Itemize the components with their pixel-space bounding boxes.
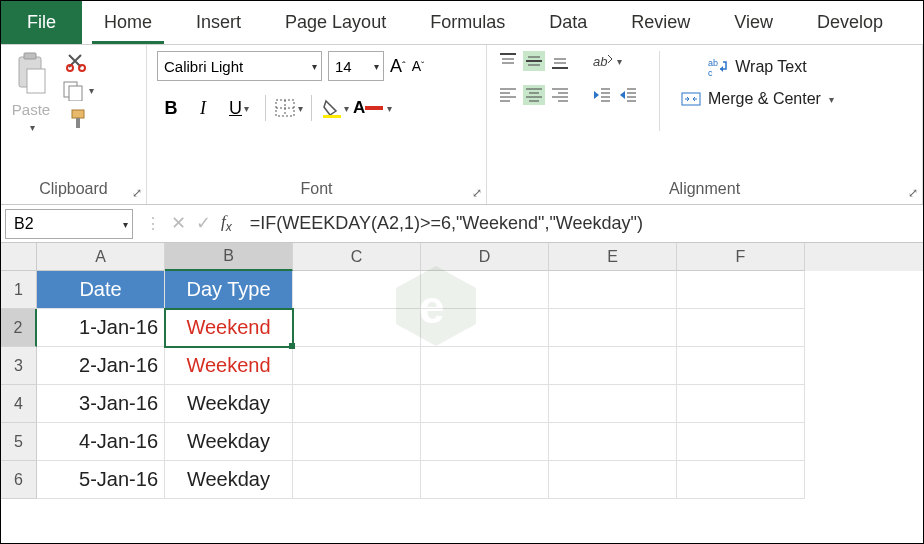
decrease-font-button[interactable]: Aˇ [412, 58, 425, 74]
wrap-text-button[interactable]: abc Wrap Text [680, 57, 834, 77]
name-box[interactable]: B2 ▾ [5, 209, 133, 239]
column-header[interactable]: A [37, 243, 165, 271]
cell[interactable]: Weekend [165, 347, 293, 385]
cell[interactable]: Weekday [165, 385, 293, 423]
cell[interactable]: Weekday [165, 461, 293, 499]
cell[interactable] [677, 423, 805, 461]
clipboard-launcher-icon[interactable]: ⤢ [132, 186, 142, 200]
row-header[interactable]: 5 [1, 423, 37, 461]
select-all-corner[interactable] [1, 243, 37, 271]
cell[interactable]: 3-Jan-16 [37, 385, 165, 423]
fx-icon[interactable]: fx [221, 212, 232, 234]
font-size-select[interactable]: 14▾ [328, 51, 384, 81]
paste-icon[interactable] [11, 51, 51, 97]
svg-rect-1 [24, 53, 36, 59]
column-header[interactable]: F [677, 243, 805, 271]
cell[interactable] [293, 461, 421, 499]
column-header[interactable]: E [549, 243, 677, 271]
column-header[interactable]: B [165, 243, 293, 271]
cell[interactable]: 4-Jan-16 [37, 423, 165, 461]
merge-center-label: Merge & Center [708, 90, 821, 108]
svg-text:ab: ab [708, 58, 718, 68]
align-left-button[interactable] [497, 85, 519, 105]
cancel-formula-icon[interactable]: ✕ [171, 212, 186, 234]
increase-indent-button[interactable] [617, 85, 639, 105]
decrease-indent-button[interactable] [591, 85, 613, 105]
cell[interactable] [677, 385, 805, 423]
font-launcher-icon[interactable]: ⤢ [472, 186, 482, 200]
tab-file[interactable]: File [1, 1, 82, 44]
fill-color-button[interactable]: ▾ [320, 98, 349, 118]
cell[interactable] [421, 423, 549, 461]
cell[interactable] [293, 271, 421, 309]
borders-button[interactable]: ▾ [274, 98, 303, 118]
tab-view[interactable]: View [712, 1, 795, 44]
row-header[interactable]: 3 [1, 347, 37, 385]
cell[interactable]: 5-Jan-16 [37, 461, 165, 499]
tab-formulas[interactable]: Formulas [408, 1, 527, 44]
tab-review[interactable]: Review [609, 1, 712, 44]
cell[interactable] [549, 385, 677, 423]
bold-button[interactable]: B [157, 98, 185, 119]
increase-font-button[interactable]: Aˆ [390, 56, 406, 77]
cell[interactable]: Date [37, 271, 165, 309]
tab-page-layout[interactable]: Page Layout [263, 1, 408, 44]
enter-formula-icon[interactable]: ✓ [196, 212, 211, 234]
cell[interactable] [549, 347, 677, 385]
align-top-button[interactable] [497, 51, 519, 71]
align-right-button[interactable] [549, 85, 571, 105]
align-center-button[interactable] [523, 85, 545, 105]
formula-input[interactable]: =IF(WEEKDAY(A2,1)>=6,"Weekend","Weekday"… [244, 213, 923, 234]
merge-center-button[interactable]: Merge & Center ▾ [680, 89, 834, 109]
tab-home[interactable]: Home [82, 1, 174, 44]
cell[interactable] [677, 309, 805, 347]
cell[interactable] [421, 385, 549, 423]
align-bottom-button[interactable] [549, 51, 571, 71]
group-label-clipboard: Clipboard [11, 178, 136, 202]
cell[interactable]: Weekend [165, 309, 293, 347]
copy-button[interactable]: ▾ [61, 79, 94, 101]
cell[interactable] [549, 271, 677, 309]
italic-button[interactable]: I [189, 98, 217, 119]
cell[interactable]: Day Type [165, 271, 293, 309]
cell[interactable] [677, 461, 805, 499]
orientation-button[interactable]: ab▾ [591, 51, 622, 71]
font-color-button[interactable]: A▾ [353, 98, 392, 118]
underline-button[interactable]: U▾ [221, 98, 257, 119]
name-box-value: B2 [14, 215, 34, 233]
paste-dropdown-icon[interactable]: ▾ [28, 122, 35, 133]
cell[interactable] [677, 271, 805, 309]
cell[interactable] [293, 309, 421, 347]
svg-text:c: c [708, 68, 713, 77]
alignment-launcher-icon[interactable]: ⤢ [908, 186, 918, 200]
tab-developer[interactable]: Develop [795, 1, 905, 44]
tab-data[interactable]: Data [527, 1, 609, 44]
cell[interactable] [293, 423, 421, 461]
cell[interactable] [293, 385, 421, 423]
align-middle-button[interactable] [523, 51, 545, 71]
font-name-select[interactable]: Calibri Light▾ [157, 51, 322, 81]
cell[interactable] [293, 347, 421, 385]
cell[interactable] [421, 271, 549, 309]
row-header[interactable]: 4 [1, 385, 37, 423]
cell[interactable] [549, 423, 677, 461]
cell[interactable]: 1-Jan-16 [37, 309, 165, 347]
column-header[interactable]: C [293, 243, 421, 271]
tab-insert[interactable]: Insert [174, 1, 263, 44]
row-header[interactable]: 6 [1, 461, 37, 499]
row-header[interactable]: 2 [1, 309, 37, 347]
cell[interactable] [421, 309, 549, 347]
cell[interactable] [421, 461, 549, 499]
cut-button[interactable] [61, 51, 94, 73]
group-font: Calibri Light▾ 14▾ Aˆ Aˇ B I U▾ ▾ ▾ A▾ F… [147, 45, 487, 204]
cell[interactable]: 2-Jan-16 [37, 347, 165, 385]
cell[interactable] [549, 461, 677, 499]
cell[interactable]: Weekday [165, 423, 293, 461]
row-header[interactable]: 1 [1, 271, 37, 309]
cell[interactable] [677, 347, 805, 385]
cell[interactable] [549, 309, 677, 347]
svg-rect-8 [76, 118, 80, 128]
cell[interactable] [421, 347, 549, 385]
column-header[interactable]: D [421, 243, 549, 271]
format-painter-button[interactable] [61, 107, 94, 131]
